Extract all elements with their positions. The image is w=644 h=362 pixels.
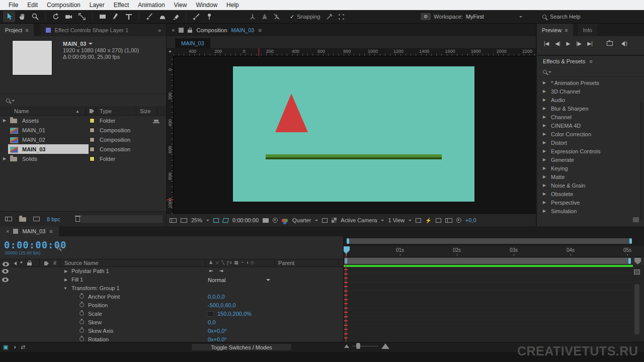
twirl-icon[interactable]	[543, 149, 548, 153]
menu-item[interactable]: Edit	[23, 2, 42, 9]
zoom-slider-handle[interactable]	[356, 343, 360, 349]
active-camera-value[interactable]: Active Camera	[341, 217, 377, 223]
property-value[interactable]: 0,0	[208, 319, 215, 325]
effects-category[interactable]: Simulation	[537, 207, 644, 215]
property-value[interactable]: 150,0,200,0%	[217, 311, 252, 317]
region-of-interest-icon[interactable]	[213, 218, 219, 223]
puppet-pin-tool-icon[interactable]	[203, 11, 215, 22]
in-out-icons[interactable]: ⇤ ⇥	[209, 268, 225, 274]
project-row-main02[interactable]: MAIN_02 Composition	[0, 135, 166, 144]
property-label[interactable]: Scale	[88, 311, 102, 317]
stopwatch-icon[interactable]	[79, 328, 84, 333]
blend-mode-dropdown[interactable]: Normal	[208, 276, 272, 284]
source-name-column[interactable]: Source Name	[64, 260, 98, 266]
composition-button-icon[interactable]	[634, 269, 640, 275]
twirl-icon[interactable]	[543, 106, 548, 111]
property-value[interactable]: -500,0,60,0	[208, 302, 236, 308]
twirl-icon[interactable]	[543, 140, 548, 145]
twirl-open-icon[interactable]	[63, 286, 68, 291]
video-column-icon[interactable]	[3, 262, 9, 266]
stopwatch-icon[interactable]	[79, 311, 84, 316]
twirl-icon[interactable]	[543, 200, 548, 205]
effects-category[interactable]: CINEMA 4D	[537, 121, 644, 130]
label-color-swatch[interactable]	[90, 147, 95, 152]
show-snapshot-icon[interactable]	[273, 218, 278, 223]
timeline-zoom-control[interactable]	[344, 343, 389, 349]
safe-margins-icon[interactable]	[222, 218, 229, 223]
label-color-swatch[interactable]	[90, 118, 95, 123]
eye-icon[interactable]	[2, 278, 9, 282]
effects-category[interactable]: Perspective	[537, 198, 644, 207]
eraser-tool-icon[interactable]	[170, 11, 182, 22]
transport-button[interactable]: |◀	[544, 41, 549, 46]
effects-category[interactable]: Noise & Grain	[537, 181, 644, 190]
panel-menu-icon[interactable]	[589, 58, 592, 64]
twirl-icon[interactable]	[543, 157, 548, 162]
timeline-horizontal-scrollbar[interactable]	[344, 236, 644, 246]
row-label[interactable]: Transform: Group 1	[71, 285, 120, 291]
new-folder-icon[interactable]	[19, 217, 26, 222]
lock-icon[interactable]	[188, 30, 192, 33]
zoom-slider-track[interactable]	[352, 346, 378, 346]
row-scale[interactable]: Scale 150,0,200,0%	[0, 310, 343, 318]
lock-column-icon[interactable]	[27, 262, 32, 265]
search-options-caret[interactable]	[548, 71, 551, 74]
twirl-icon[interactable]	[543, 98, 548, 102]
twirl-icon[interactable]	[543, 174, 548, 179]
search-options-caret[interactable]	[12, 100, 15, 103]
flowchart-icon[interactable]	[445, 218, 452, 223]
property-label[interactable]: Anchor Point	[88, 294, 120, 300]
local-axis-mode-icon[interactable]	[247, 11, 259, 22]
hand-tool-icon[interactable]	[16, 11, 28, 22]
effects-category[interactable]: Audio	[537, 96, 644, 104]
menu-item[interactable]: Layer	[85, 2, 109, 9]
roto-brush-tool-icon[interactable]	[190, 11, 202, 22]
camera-tool-icon[interactable]	[63, 11, 75, 22]
twirl-icon[interactable]	[64, 278, 69, 282]
checkerboard-icon[interactable]	[332, 218, 337, 223]
twirl-icon[interactable]	[543, 80, 548, 85]
magnification-value[interactable]: 25%	[191, 217, 202, 223]
parent-column[interactable]: Parent	[278, 260, 294, 266]
effects-category[interactable]: Obsolete	[537, 190, 644, 198]
row-transform-group[interactable]: Transform: Group 1	[0, 284, 343, 293]
row-polystar-path[interactable]: Polystar Path 1 ⇤ ⇥	[0, 267, 343, 276]
project-row-main01[interactable]: MAIN_01 Composition	[0, 125, 166, 135]
project-row-assets[interactable]: Assets Folder	[0, 116, 166, 125]
toggle-switches-modes-button[interactable]: Toggle Switches / Modes	[191, 343, 292, 351]
audio-icon[interactable]	[619, 41, 625, 46]
close-icon[interactable]: ×	[172, 27, 175, 33]
effects-category[interactable]: 3D Channel	[537, 87, 644, 96]
twirl-icon[interactable]	[3, 118, 8, 123]
property-label[interactable]: Skew	[88, 319, 102, 325]
menu-item[interactable]: Window	[191, 2, 222, 9]
effects-category[interactable]: Distort	[537, 138, 644, 147]
audio-column-icon[interactable]	[12, 261, 17, 265]
rectangle-tool-icon[interactable]	[97, 11, 109, 22]
stopwatch-icon[interactable]	[79, 294, 84, 299]
constrain-proportions-toggle[interactable]	[207, 311, 214, 317]
effects-category[interactable]: Blur & Sharpen	[537, 104, 644, 113]
ruler-origin-icon[interactable]: +	[167, 48, 174, 56]
bit-depth-button[interactable]: 8 bpc	[47, 216, 60, 222]
property-value[interactable]: 0x+0,0°	[208, 336, 227, 342]
resolution-value[interactable]: Quarter	[292, 217, 311, 223]
label-color-swatch[interactable]	[90, 128, 95, 133]
tab-info[interactable]: Info	[578, 24, 597, 36]
stopwatch-icon[interactable]	[79, 320, 84, 324]
brush-tool-icon[interactable]	[143, 11, 155, 22]
current-time-value[interactable]: 0:00:00:00	[232, 217, 259, 223]
interpret-footage-icon[interactable]	[5, 217, 12, 221]
property-value[interactable]: 0x+0,0°	[208, 328, 227, 334]
red-triangle-shape[interactable]	[275, 94, 308, 132]
transport-button[interactable]: ▶|	[588, 41, 593, 46]
timeline-vertical-scrollbar[interactable]	[634, 284, 639, 334]
channel-icon[interactable]	[282, 219, 285, 222]
fast-previews-icon[interactable]: ⚡	[425, 218, 431, 223]
layer-track-area[interactable]	[344, 267, 633, 342]
expand-in-out-icon[interactable]: ⇄	[21, 344, 25, 350]
twirl-icon[interactable]	[64, 269, 69, 274]
chevron-down-icon[interactable]	[315, 220, 318, 223]
work-area-end-handle[interactable]	[628, 258, 631, 264]
green-platform-shape[interactable]	[266, 154, 442, 159]
